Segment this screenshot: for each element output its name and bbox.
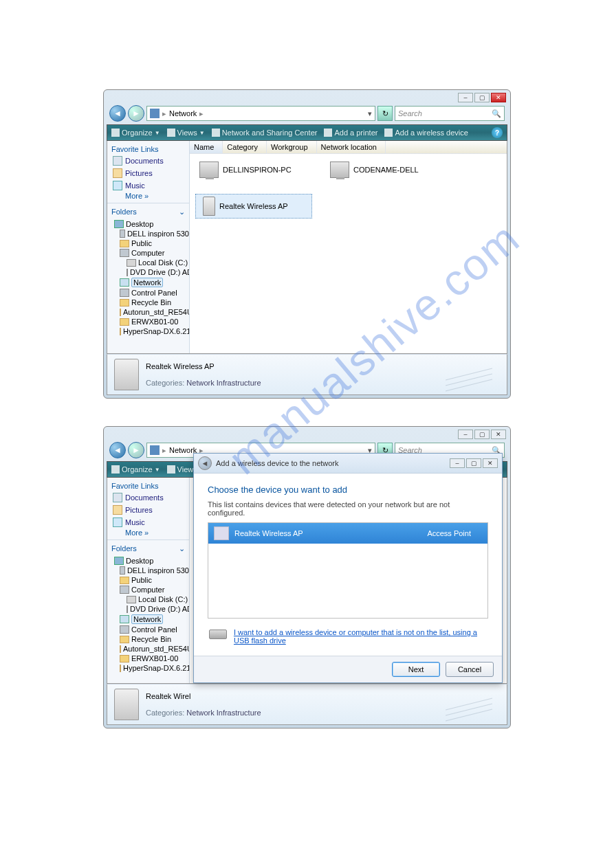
tree-network[interactable]: Network bbox=[107, 277, 189, 288]
pictures-icon bbox=[113, 505, 122, 515]
device-item-realtek[interactable]: Realtek Wireless AP Access Point bbox=[208, 523, 487, 544]
sidebar-item-more[interactable]: More » bbox=[107, 192, 189, 200]
col-netloc[interactable]: Network location bbox=[317, 141, 386, 153]
breadcrumb-network[interactable]: Network bbox=[169, 109, 197, 118]
tree-autorun[interactable]: Autorun_std_RE54U0 bbox=[107, 307, 189, 317]
address-bar[interactable]: ▸ Network ▸ ▾ bbox=[146, 106, 375, 121]
dvd-icon bbox=[127, 605, 128, 613]
folders-header[interactable]: Folders⌄ bbox=[107, 539, 189, 555]
sharing-center-button[interactable]: Network and Sharing Center bbox=[212, 129, 318, 137]
minimize-button[interactable]: – bbox=[458, 430, 473, 439]
disk-icon bbox=[127, 596, 136, 603]
folder-tree: Desktop DELL inspiron 530 Public Compute… bbox=[107, 555, 189, 673]
tree-hypersnap[interactable]: HyperSnap-DX.6.21. bbox=[107, 326, 189, 336]
device-name: Realtek Wireless AP bbox=[234, 529, 303, 537]
sidebar-item-more[interactable]: More » bbox=[107, 528, 189, 537]
search-input[interactable]: Search 🔍 bbox=[395, 106, 505, 121]
add-printer-button[interactable]: Add a printer bbox=[324, 129, 377, 137]
help-button[interactable]: ? bbox=[492, 127, 503, 138]
col-category[interactable]: Category bbox=[223, 141, 267, 153]
organize-button[interactable]: Organize bbox=[111, 465, 160, 474]
dialog-subtext: This list contains devices that were det… bbox=[208, 500, 488, 522]
device-list: Realtek Wireless AP Access Point bbox=[208, 522, 488, 619]
tree-desktop[interactable]: Desktop bbox=[107, 219, 189, 229]
tree-public[interactable]: Public bbox=[107, 238, 189, 248]
tree-controlpanel[interactable]: Control Panel bbox=[107, 288, 189, 298]
computer-icon bbox=[120, 566, 125, 575]
minimize-button[interactable]: – bbox=[450, 458, 465, 468]
next-button[interactable]: Next bbox=[392, 662, 440, 677]
controlpanel-icon bbox=[120, 289, 129, 297]
minimize-button[interactable]: – bbox=[458, 93, 473, 102]
refresh-button[interactable]: ↻ bbox=[377, 106, 393, 121]
tree-localdisk[interactable]: Local Disk (C:) bbox=[107, 258, 189, 267]
col-name[interactable]: Name bbox=[190, 141, 223, 153]
forward-button[interactable]: ► bbox=[128, 442, 144, 458]
sharing-icon bbox=[212, 129, 220, 137]
sidebar-item-documents[interactable]: Documents bbox=[107, 491, 189, 504]
close-button[interactable]: ✕ bbox=[491, 93, 506, 102]
dialog-heading: Choose the device you want to add bbox=[208, 485, 488, 500]
sidebar-item-music[interactable]: Music bbox=[107, 516, 189, 528]
forward-button[interactable]: ► bbox=[128, 105, 144, 122]
maximize-button[interactable]: ▢ bbox=[474, 430, 490, 439]
recyclebin-icon bbox=[120, 636, 129, 643]
sidebar-item-pictures[interactable]: Pictures bbox=[107, 167, 189, 179]
network-item-dellinspiron[interactable]: DELLINSPIRON-PC bbox=[195, 159, 312, 180]
tree-computer[interactable]: Computer bbox=[107, 248, 189, 258]
maximize-button[interactable]: ▢ bbox=[466, 458, 481, 468]
network-item-codename[interactable]: CODENAME-DELL bbox=[326, 159, 443, 180]
tree-dell530[interactable]: DELL inspiron 530 bbox=[107, 229, 189, 238]
cancel-button[interactable]: Cancel bbox=[446, 662, 494, 677]
tree-erwxb[interactable]: ERWXB01-00 bbox=[107, 317, 189, 326]
organize-icon bbox=[111, 129, 120, 137]
computer-icon bbox=[330, 162, 349, 178]
sidebar-item-music[interactable]: Music bbox=[107, 179, 189, 192]
back-button[interactable]: ◄ bbox=[109, 105, 126, 122]
tree-network[interactable]: Network bbox=[107, 614, 189, 625]
views-button[interactable]: Views bbox=[167, 129, 205, 137]
col-workgroup[interactable]: Workgroup bbox=[267, 141, 317, 153]
access-point-icon bbox=[114, 359, 139, 390]
tree-hypersnap[interactable]: HyperSnap-DX.6.21. bbox=[107, 663, 189, 673]
printer-icon bbox=[324, 129, 332, 137]
close-button[interactable]: ✕ bbox=[483, 458, 498, 468]
tree-erwxb[interactable]: ERWXB01-00 bbox=[107, 654, 189, 663]
tree-computer[interactable]: Computer bbox=[107, 585, 189, 594]
sidebar-item-pictures[interactable]: Pictures bbox=[107, 504, 189, 516]
sidebar-item-documents[interactable]: Documents bbox=[107, 155, 189, 167]
tree-desktop[interactable]: Desktop bbox=[107, 556, 189, 566]
tree-recyclebin[interactable]: Recycle Bin bbox=[107, 298, 189, 307]
tree-public[interactable]: Public bbox=[107, 575, 189, 585]
nav-row: ◄ ► ▸ Network ▸ ▾ ↻ Search 🔍 bbox=[107, 104, 507, 124]
tree-dvddrive[interactable]: DVD Drive (D:) AD bbox=[107, 267, 189, 277]
back-button[interactable]: ◄ bbox=[109, 442, 126, 458]
folders-header[interactable]: Folders⌄ bbox=[107, 203, 189, 218]
folder-icon bbox=[120, 665, 121, 672]
usb-link-row: I want to add a wireless device or compu… bbox=[208, 619, 488, 647]
add-wireless-button[interactable]: Add a wireless device bbox=[384, 129, 468, 137]
tree-controlpanel[interactable]: Control Panel bbox=[107, 625, 189, 634]
tree-autorun[interactable]: Autorun_std_RE54U0 bbox=[107, 644, 189, 654]
dialog-back-button[interactable]: ◄ bbox=[198, 456, 212, 470]
details-title: Realtek Wireless AP bbox=[146, 362, 261, 370]
usb-link[interactable]: I want to add a wireless device or compu… bbox=[234, 628, 488, 645]
tree-localdisk[interactable]: Local Disk (C:) bbox=[107, 594, 189, 604]
tree-recyclebin[interactable]: Recycle Bin bbox=[107, 634, 189, 644]
tree-dvddrive[interactable]: DVD Drive (D:) AD bbox=[107, 604, 189, 614]
folder-icon bbox=[120, 318, 129, 326]
music-icon bbox=[113, 518, 122, 527]
network-item-realtek[interactable]: Realtek Wireless AP bbox=[195, 194, 312, 219]
computer-icon bbox=[199, 162, 219, 178]
dropdown-icon[interactable]: ▾ bbox=[368, 109, 372, 118]
close-button[interactable]: ✕ bbox=[491, 430, 506, 439]
dialog-title: Add a wireless device to the network bbox=[216, 459, 339, 467]
tree-dell530[interactable]: DELL inspiron 530 bbox=[107, 566, 189, 575]
command-bar: Organize Views Network and Sharing Cente… bbox=[107, 124, 507, 141]
maximize-button[interactable]: ▢ bbox=[474, 93, 490, 102]
decorative-lines bbox=[445, 700, 500, 720]
details-pane: Realtek Wirel Categories: Network Infras… bbox=[107, 684, 507, 725]
organize-button[interactable]: Organize bbox=[111, 129, 160, 137]
wireless-icon bbox=[384, 129, 393, 137]
details-category: Categories: Network Infrastructure bbox=[146, 370, 261, 387]
